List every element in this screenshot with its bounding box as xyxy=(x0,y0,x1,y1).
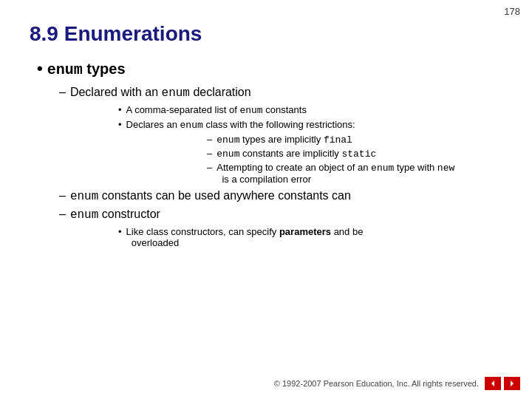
level3-final: – enum types are implicitly final xyxy=(207,134,502,146)
copyright-text: © 1992-2007 Pearson Education, Inc. All … xyxy=(274,379,479,388)
level3-dash-compilation: – Attempting to create an object of an e… xyxy=(207,162,502,185)
level1-declared: – Declared with an enum declaration • A … xyxy=(59,86,502,185)
level3-dash-final: – enum types are implicitly final xyxy=(207,134,502,146)
small-bullet-icon2: • xyxy=(118,119,122,130)
level2-comma-separated: • A comma-separated list of enum constan… xyxy=(118,104,502,116)
prev-button[interactable] xyxy=(485,377,501,390)
level3-static-text: enum constants are implicitly static xyxy=(216,148,376,160)
level1-constants-text: enum constants can be used anywhere cons… xyxy=(70,189,351,203)
level2-constructors-text: Like class constructors, can specify par… xyxy=(126,226,364,248)
nav-buttons[interactable] xyxy=(485,377,520,390)
level1-declared-text: Declared with an enum declaration xyxy=(70,86,251,100)
dash-icon: – xyxy=(59,86,66,99)
next-button[interactable] xyxy=(504,377,520,390)
dash-icon3b: – xyxy=(207,148,212,159)
level2-bullet-constructors: • Like class constructors, can specify p… xyxy=(118,226,502,248)
main-bullet-symbol: • xyxy=(37,59,43,78)
main-bullet-enum-types: • enum types xyxy=(37,59,502,78)
level3-static: – enum constants are implicitly static xyxy=(207,148,502,160)
page-number: 178 xyxy=(504,6,520,17)
level2-declares-text: Declares an enum class with the followin… xyxy=(126,119,355,131)
level1-dash-constructor: – enum constructor xyxy=(59,208,502,222)
level1-enum-constants: – enum constants can be used anywhere co… xyxy=(59,189,502,203)
dash-icon-constants: – xyxy=(59,189,66,202)
svg-marker-1 xyxy=(511,381,514,386)
small-bullet-icon3: • xyxy=(118,226,122,237)
level2-comma-text: A comma-separated list of enum constants xyxy=(126,104,307,116)
dash-icon3c: – xyxy=(207,162,212,173)
level1-dash-declared: – Declared with an enum declaration xyxy=(59,86,502,100)
level2-declares-enum-class: • Declares an enum class with the follow… xyxy=(118,119,502,185)
level1-enum-constructor: – enum constructor • Like class construc… xyxy=(59,208,502,248)
slide-title: 8.9 Enumerations xyxy=(30,22,502,46)
level1-constructor-text: enum constructor xyxy=(70,208,160,222)
main-bullet-text: enum types xyxy=(47,61,126,78)
level3-dash-static: – enum constants are implicitly static xyxy=(207,148,502,160)
level2-like-class-constructors: • Like class constructors, can specify p… xyxy=(118,226,502,248)
level3-compilation-text: Attempting to create an object of an enu… xyxy=(216,162,454,185)
svg-marker-0 xyxy=(491,381,494,386)
small-bullet-icon: • xyxy=(118,104,122,115)
level2-bullet-declares: • Declares an enum class with the follow… xyxy=(118,119,502,131)
level2-bullet-comma: • A comma-separated list of enum constan… xyxy=(118,104,502,116)
level1-dash-constants: – enum constants can be used anywhere co… xyxy=(59,189,502,203)
dash-icon-constructor: – xyxy=(59,208,66,221)
dash-icon3a: – xyxy=(207,134,212,145)
level3-final-text: enum types are implicitly final xyxy=(216,134,352,146)
footer: © 1992-2007 Pearson Education, Inc. All … xyxy=(274,377,520,390)
level3-compilation-error: – Attempting to create an object of an e… xyxy=(207,162,502,185)
